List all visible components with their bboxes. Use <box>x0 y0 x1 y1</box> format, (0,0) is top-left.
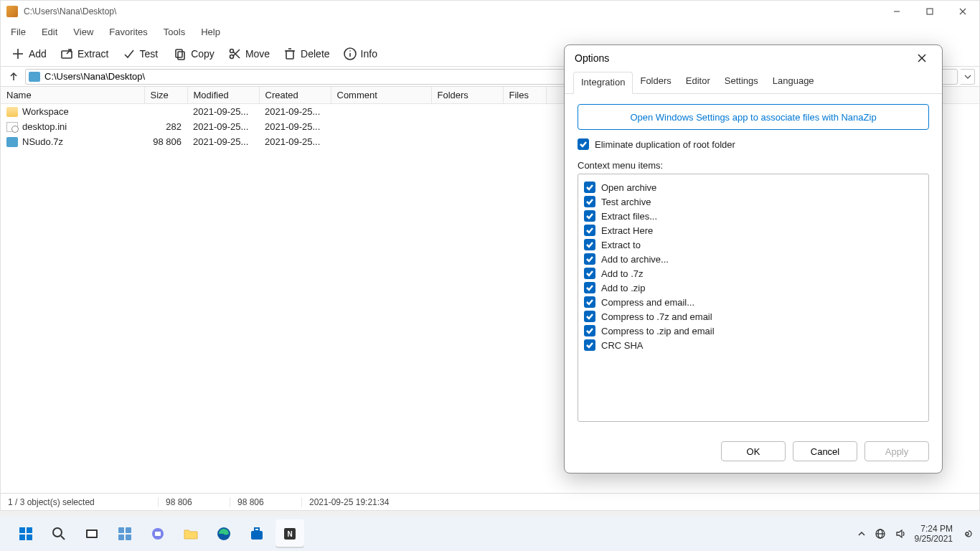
task-view-button[interactable] <box>77 519 106 548</box>
search-button[interactable] <box>44 519 73 548</box>
start-button[interactable] <box>11 519 40 548</box>
context-menu-label: Context menu items: <box>578 160 929 171</box>
copy-button[interactable]: Copy <box>167 44 220 64</box>
menu-favorites[interactable]: Favorites <box>102 25 154 39</box>
col-folders[interactable]: Folders <box>431 87 503 104</box>
tab-language[interactable]: Language <box>765 71 821 93</box>
context-item-checkbox[interactable] <box>584 268 595 279</box>
network-icon[interactable] <box>875 528 886 540</box>
context-item-label: Extract files... <box>601 211 657 222</box>
cancel-button[interactable]: Cancel <box>793 441 857 461</box>
eliminate-label: Eliminate duplication of root folder <box>595 139 735 150</box>
chevron-up-icon[interactable] <box>857 529 866 538</box>
menu-help[interactable]: Help <box>194 25 227 39</box>
menu-file[interactable]: File <box>4 25 33 39</box>
file-size: 98 806 <box>144 134 187 149</box>
apply-button[interactable]: Apply <box>864 441 929 461</box>
options-dialog: Options Integration Folders Editor Setti… <box>564 44 943 474</box>
menu-tools[interactable]: Tools <box>156 25 192 39</box>
svg-point-45 <box>966 532 969 535</box>
context-item-row: CRC SHA <box>584 339 923 351</box>
widgets-button[interactable] <box>110 519 139 548</box>
context-item-label: Extract Here <box>601 225 653 236</box>
volume-icon[interactable] <box>895 528 906 540</box>
info-button[interactable]: Info <box>337 44 383 64</box>
context-item-checkbox[interactable] <box>584 339 595 351</box>
notification-icon[interactable] <box>961 528 973 540</box>
col-created[interactable]: Created <box>259 87 331 104</box>
context-menu-list[interactable]: Open archiveTest archiveExtract files...… <box>578 174 929 422</box>
delete-button[interactable]: Delete <box>277 44 335 64</box>
menu-edit[interactable]: Edit <box>34 25 65 39</box>
context-item-row: Compress to .7z and email <box>584 311 923 322</box>
folder-icon <box>29 72 40 82</box>
search-icon <box>52 527 66 541</box>
context-item-row: Test archive <box>584 196 923 207</box>
maximize-button[interactable] <box>913 1 946 22</box>
edge-button[interactable] <box>209 519 238 548</box>
dialog-tabs: Integration Folders Editor Settings Lang… <box>565 71 942 94</box>
col-files[interactable]: Files <box>503 87 546 104</box>
chat-button[interactable] <box>143 519 172 548</box>
trash-icon <box>283 47 297 61</box>
svg-rect-9 <box>178 52 184 60</box>
close-button[interactable] <box>946 1 979 22</box>
test-button[interactable]: Test <box>116 44 164 64</box>
folder-icon <box>6 107 18 117</box>
context-item-checkbox[interactable] <box>584 325 595 336</box>
context-item-row: Open archive <box>584 182 923 193</box>
context-item-checkbox[interactable] <box>584 253 595 265</box>
col-comment[interactable]: Comment <box>331 87 431 104</box>
col-size[interactable]: Size <box>144 87 187 104</box>
context-item-row: Add to archive... <box>584 253 923 265</box>
ok-button[interactable]: OK <box>721 441 786 461</box>
check-icon <box>586 298 593 306</box>
move-label: Move <box>245 48 270 60</box>
dialog-close-button[interactable] <box>912 48 932 68</box>
dialog-buttons: OK Cancel Apply <box>565 434 942 473</box>
task-view-icon <box>85 527 99 541</box>
extract-button[interactable]: Extract <box>54 44 115 64</box>
context-item-checkbox[interactable] <box>584 225 595 236</box>
close-icon <box>917 53 927 63</box>
context-item-checkbox[interactable] <box>584 196 595 207</box>
tab-settings[interactable]: Settings <box>717 71 765 93</box>
tab-folders[interactable]: Folders <box>633 71 678 93</box>
col-name[interactable]: Name <box>1 87 144 104</box>
check-icon <box>586 198 593 205</box>
copy-icon <box>173 47 187 61</box>
col-modified[interactable]: Modified <box>187 87 259 104</box>
context-item-checkbox[interactable] <box>584 182 595 193</box>
context-item-checkbox[interactable] <box>584 210 595 222</box>
system-tray: 7:24 PM 9/25/2021 <box>857 524 973 545</box>
context-item-checkbox[interactable] <box>584 311 595 322</box>
nanazip-button[interactable]: N <box>275 519 304 548</box>
eliminate-checkbox-row: Eliminate duplication of root folder <box>578 138 929 150</box>
minimize-button[interactable] <box>880 1 913 22</box>
associate-files-button[interactable]: Open Windows Settings app to associate f… <box>578 104 929 130</box>
tab-integration[interactable]: Integration <box>573 72 633 94</box>
check-icon <box>586 327 593 334</box>
tab-editor[interactable]: Editor <box>679 71 717 93</box>
svg-rect-6 <box>62 51 72 58</box>
store-button[interactable] <box>242 519 271 548</box>
status-timestamp: 2021-09-25 19:21:34 <box>302 497 979 507</box>
path-dropdown-button[interactable] <box>961 69 975 85</box>
up-button[interactable] <box>5 68 22 85</box>
file-size <box>144 104 187 120</box>
file-modified: 2021-09-25... <box>187 134 259 149</box>
move-button[interactable]: Move <box>222 44 275 64</box>
context-item-label: Compress to .zip and email <box>601 326 715 336</box>
add-button[interactable]: Add <box>5 44 52 64</box>
context-item-checkbox[interactable] <box>584 239 595 250</box>
explorer-button[interactable] <box>176 519 205 548</box>
context-item-checkbox[interactable] <box>584 282 595 293</box>
dialog-title-text: Options <box>575 52 609 64</box>
clock[interactable]: 7:24 PM 9/25/2021 <box>915 524 953 545</box>
svg-point-19 <box>349 50 351 52</box>
svg-rect-34 <box>126 534 131 540</box>
menu-view[interactable]: View <box>66 25 100 39</box>
eliminate-checkbox[interactable] <box>578 138 589 150</box>
context-item-row: Add to .zip <box>584 282 923 293</box>
context-item-checkbox[interactable] <box>584 296 595 308</box>
